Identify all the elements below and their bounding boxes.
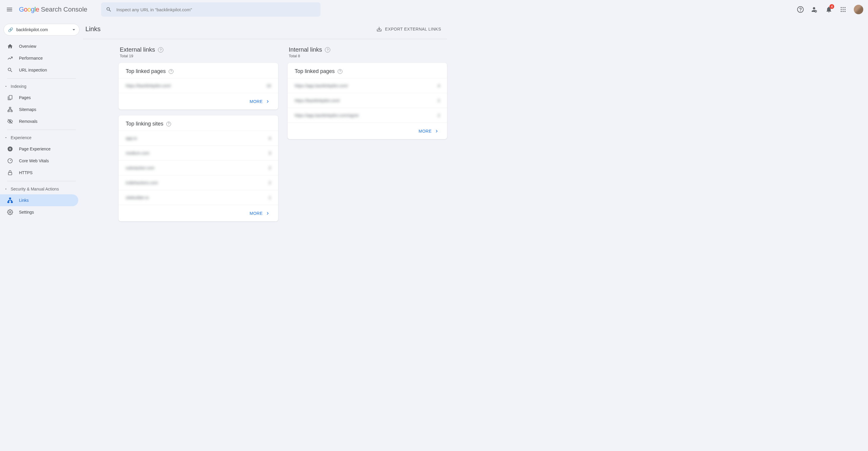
sidebar-item-label: Pages (19, 95, 31, 100)
sidebar-item-performance[interactable]: Performance (0, 52, 78, 64)
table-row[interactable]: https://app.backlinkpilot.com/4 (287, 78, 447, 93)
sidebar-section-label: Indexing (11, 84, 26, 89)
sidebar-item-links[interactable]: Links (0, 194, 78, 206)
url-inspect-searchbar[interactable] (101, 2, 320, 17)
sidebar-section-indexing[interactable]: Indexing (0, 81, 83, 92)
notifications-button[interactable]: 4 (823, 4, 835, 16)
person-gear-icon (811, 6, 818, 13)
sidebar-item-pages[interactable]: Pages (0, 92, 78, 104)
svg-point-6 (842, 9, 844, 10)
sidebar-item-cwv[interactable]: Core Web Vitals (0, 155, 78, 167)
more-button[interactable]: MORE (416, 127, 442, 136)
sidebar-item-label: Page Experience (19, 147, 51, 151)
help-icon[interactable]: ? (158, 47, 163, 53)
nav-divider (7, 130, 76, 130)
card-title: Top linked pages (126, 68, 166, 75)
sidebar-item-label: Links (19, 198, 29, 203)
table-row[interactable]: substacker.com2 (119, 160, 278, 175)
svg-point-8 (841, 11, 842, 12)
svg-point-2 (841, 7, 842, 8)
svg-rect-13 (8, 110, 9, 112)
sidebar-section-experience[interactable]: Experience (0, 132, 83, 143)
table-row[interactable]: https://backlinkpilot.com/2 (287, 93, 447, 108)
table-row[interactable]: https://app.backlinkpilot.com/signin2 (287, 108, 447, 122)
export-external-links-button[interactable]: EXPORT EXTERNAL LINKS (373, 24, 445, 34)
home-icon (7, 43, 13, 49)
internal-links-column: Internal links ? Total 8 Top linked page… (287, 46, 447, 227)
dropdown-icon (71, 27, 77, 33)
product-logo[interactable]: Google Search Console (19, 6, 88, 13)
top-linking-sites-card: Top linking sites ? app.io4 medium.com3 … (119, 115, 278, 221)
caret-right-icon (4, 187, 8, 191)
more-button[interactable]: MORE (247, 209, 273, 218)
hamburger-menu-button[interactable] (2, 2, 17, 17)
sidebar-item-overview[interactable]: Overview (0, 40, 78, 52)
sitemap-icon (7, 107, 13, 112)
sidebar-item-removals[interactable]: Removals (0, 115, 78, 127)
table-row[interactable]: https://backlinkpilot.com/ 19 (119, 78, 278, 93)
svg-point-9 (842, 11, 844, 12)
sidebar-item-label: Core Web Vitals (19, 159, 49, 163)
download-icon (376, 26, 382, 32)
google-logo: Google (19, 6, 39, 13)
product-name: Search Console (41, 6, 88, 13)
svg-rect-20 (9, 198, 11, 199)
gauge-icon (7, 158, 13, 164)
chevron-right-icon (434, 129, 439, 134)
help-icon[interactable]: ? (325, 47, 330, 53)
sidebar-item-label: Settings (19, 210, 34, 215)
help-icon[interactable]: ? (169, 69, 174, 74)
svg-rect-14 (11, 110, 12, 112)
more-button[interactable]: MORE (247, 97, 273, 106)
top-bar: Google Search Console 4 (0, 0, 868, 19)
svg-point-4 (844, 7, 846, 8)
sidebar-section-label: Security & Manual Actions (11, 187, 59, 191)
main-content: Links EXPORT EXTERNAL LINKS External lin… (83, 19, 457, 237)
external-links-total: Total 19 (120, 54, 277, 58)
sidebar-item-label: Removals (19, 119, 37, 124)
plus-circle-icon (7, 146, 13, 152)
sidebar-item-settings[interactable]: Settings (0, 206, 78, 218)
menu-icon (6, 6, 13, 13)
internal-links-total: Total 8 (289, 54, 446, 58)
table-row[interactable]: medium.com3 (119, 145, 278, 160)
table-row[interactable]: indiehackers.com2 (119, 175, 278, 190)
table-row[interactable]: app.io4 (119, 131, 278, 145)
search-icon (106, 6, 112, 12)
caret-down-icon (4, 136, 8, 139)
help-icon[interactable]: ? (338, 69, 342, 74)
sidebar-nav: 🔗 backlinkpilot.com Overview Performance… (0, 19, 83, 237)
external-links-column: External links ? Total 19 Top linked pag… (119, 46, 278, 227)
card-title: Top linking sites (126, 121, 163, 127)
sidebar-item-https[interactable]: HTTPS (0, 167, 78, 179)
chevron-right-icon (265, 99, 270, 104)
lock-icon (7, 170, 13, 176)
sidebar-section-security[interactable]: Security & Manual Actions (0, 184, 83, 194)
apps-button[interactable] (837, 4, 849, 16)
sidebar-item-label: Sitemaps (19, 107, 36, 112)
account-avatar[interactable] (854, 5, 863, 14)
internal-links-title: Internal links (289, 46, 322, 53)
external-links-title: External links (120, 46, 155, 53)
export-label: EXPORT EXTERNAL LINKS (385, 27, 441, 31)
table-row[interactable]: sitebuilder.io1 (119, 190, 278, 205)
account-settings-button[interactable] (809, 4, 820, 16)
sidebar-item-page-experience[interactable]: Page Experience (0, 143, 78, 155)
external-top-linked-pages-card: Top linked pages ? https://backlinkpilot… (119, 63, 278, 110)
sidebar-item-sitemaps[interactable]: Sitemaps (0, 104, 78, 115)
sidebar-item-label: Performance (19, 56, 43, 60)
help-icon[interactable]: ? (166, 122, 171, 126)
nav-divider (7, 78, 76, 79)
sidebar-item-label: URL inspection (19, 68, 47, 73)
property-name: backlinkpilot.com (16, 27, 68, 32)
svg-point-3 (842, 7, 844, 8)
property-selector[interactable]: 🔗 backlinkpilot.com (4, 24, 80, 36)
help-button[interactable] (795, 4, 806, 16)
links-icon (7, 197, 13, 203)
pages-icon (7, 95, 13, 101)
notification-badge: 4 (830, 4, 834, 9)
svg-point-23 (9, 212, 11, 213)
url-inspect-input[interactable] (117, 7, 316, 12)
sidebar-item-url-inspection[interactable]: URL inspection (0, 64, 78, 76)
card-title: Top linked pages (295, 68, 335, 75)
